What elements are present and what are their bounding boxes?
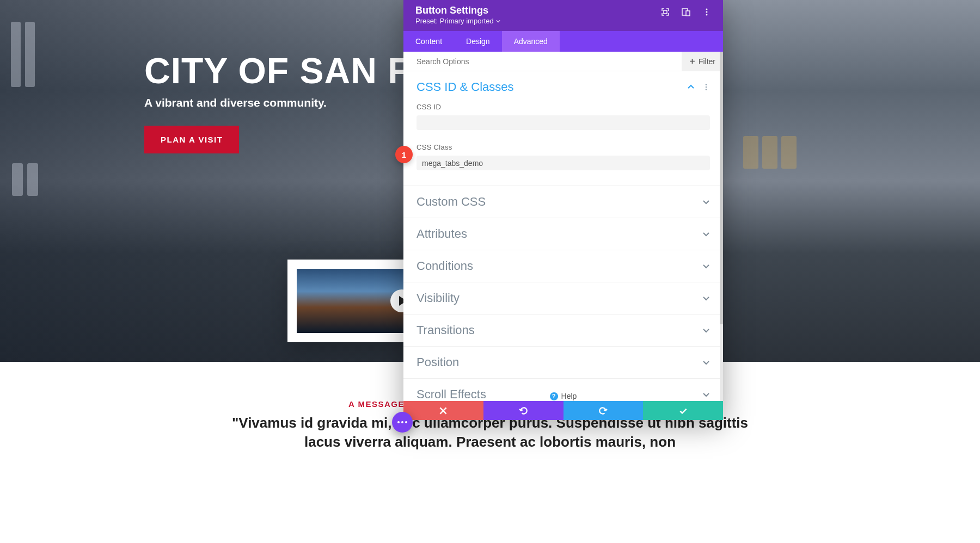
- settings-panel: Button Settings Preset: Primary imported…: [403, 0, 723, 420]
- svg-rect-0: [664, 10, 667, 14]
- hero-subtitle: A vibrant and diverse community.: [144, 96, 327, 109]
- filter-label: Filter: [699, 57, 715, 66]
- save-button[interactable]: [643, 401, 723, 420]
- panel-tabs: Content Design Advanced: [403, 31, 723, 52]
- svg-rect-2: [686, 11, 690, 16]
- preset-label: Preset: Primary imported: [415, 17, 494, 25]
- help-link[interactable]: ? Help: [550, 387, 577, 400]
- css-id-label: CSS ID: [416, 103, 710, 111]
- section-title: Visibility: [416, 291, 460, 305]
- svg-point-7: [706, 87, 707, 88]
- plus-icon: [689, 58, 695, 64]
- css-class-label: CSS Class: [416, 143, 710, 151]
- preset-selector[interactable]: Preset: Primary imported: [415, 17, 500, 25]
- section-title: Transitions: [416, 323, 475, 337]
- chevron-down-icon: [702, 198, 710, 206]
- panel-title: Button Settings: [415, 5, 500, 16]
- search-row: Filter: [403, 52, 723, 71]
- section-visibility[interactable]: Visibility: [403, 282, 723, 314]
- chevron-down-icon: [702, 391, 710, 398]
- css-class-input[interactable]: [416, 156, 710, 170]
- section-title: Scroll Effects: [416, 387, 486, 402]
- svg-point-6: [706, 84, 707, 85]
- chevron-up-icon: [687, 83, 695, 91]
- responsive-icon[interactable]: [682, 8, 690, 16]
- close-button[interactable]: [403, 401, 483, 420]
- chevron-down-icon: [702, 359, 710, 366]
- help-icon: ?: [550, 392, 558, 400]
- css-id-input[interactable]: [416, 115, 710, 130]
- svg-point-4: [706, 11, 708, 13]
- kebab-menu-icon[interactable]: [702, 8, 711, 16]
- section-custom-css[interactable]: Custom CSS: [403, 186, 723, 218]
- svg-point-8: [706, 89, 707, 90]
- undo-icon: [518, 406, 528, 416]
- close-icon: [438, 406, 448, 416]
- svg-point-3: [706, 9, 708, 10]
- callout-badge-1: 1: [395, 146, 413, 163]
- section-title: Attributes: [416, 227, 467, 241]
- chevron-down-icon: [496, 19, 500, 23]
- tab-advanced[interactable]: Advanced: [502, 31, 560, 52]
- section-transitions[interactable]: Transitions: [403, 314, 723, 347]
- chevron-down-icon: [702, 294, 710, 302]
- redo-button[interactable]: [564, 401, 644, 420]
- panel-scrollbar[interactable]: [720, 52, 723, 401]
- kebab-menu-icon[interactable]: [702, 83, 710, 91]
- section-header-css-id-classes[interactable]: CSS ID & Classes: [416, 80, 710, 94]
- section-title: CSS ID & Classes: [416, 80, 514, 94]
- panel-body: Filter CSS ID & Classes CSS ID CSS Class…: [403, 52, 723, 420]
- panel-header[interactable]: Button Settings Preset: Primary imported: [403, 0, 723, 31]
- section-title: Conditions: [416, 259, 473, 273]
- tab-design[interactable]: Design: [454, 31, 502, 52]
- section-attributes[interactable]: Attributes: [403, 218, 723, 250]
- expand-icon[interactable]: [661, 8, 670, 16]
- svg-point-5: [706, 14, 708, 16]
- chevron-down-icon: [702, 262, 710, 270]
- chevron-down-icon: [702, 230, 710, 238]
- section-title: Position: [416, 355, 459, 369]
- check-icon: [678, 406, 688, 416]
- chevron-down-icon: [702, 326, 710, 334]
- section-position[interactable]: Position: [403, 347, 723, 379]
- section-conditions[interactable]: Conditions: [403, 250, 723, 282]
- section-css-id-classes: CSS ID & Classes CSS ID CSS Class: [403, 71, 723, 186]
- plan-a-visit-button[interactable]: PLAN A VISIT: [144, 126, 239, 153]
- help-label: Help: [561, 392, 577, 400]
- undo-button[interactable]: [483, 401, 564, 420]
- search-input[interactable]: [416, 57, 682, 66]
- panel-footer: [403, 401, 723, 420]
- section-title: Custom CSS: [416, 195, 486, 209]
- scrollbar-thumb[interactable]: [720, 52, 723, 324]
- redo-icon: [598, 406, 608, 416]
- more-actions-fab[interactable]: [392, 412, 413, 433]
- filter-button[interactable]: Filter: [682, 52, 723, 71]
- tab-content[interactable]: Content: [403, 31, 454, 52]
